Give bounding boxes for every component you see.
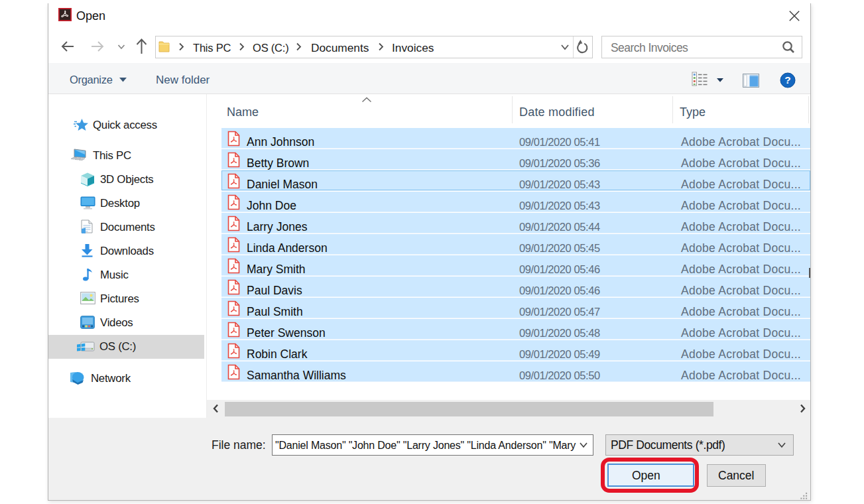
svg-text:?: ? [784, 74, 790, 86]
